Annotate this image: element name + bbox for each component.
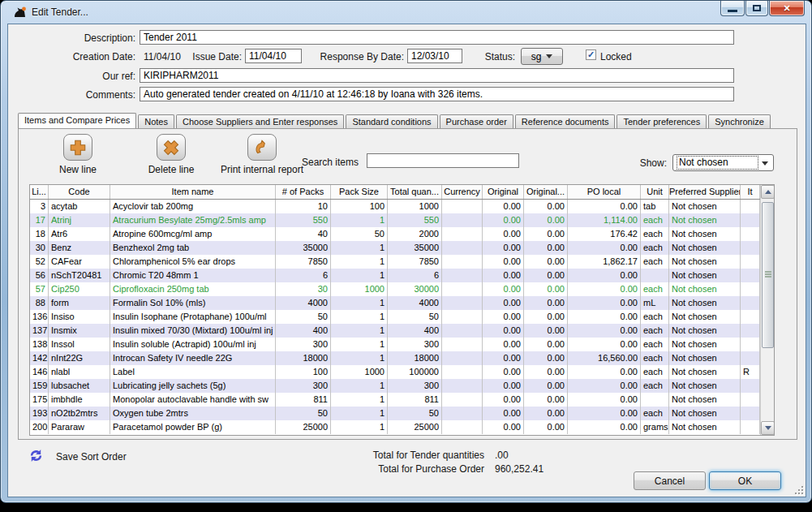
close-icon: ✕	[783, 3, 790, 14]
column-header[interactable]: Original...	[524, 185, 568, 199]
table-cell: 193	[30, 407, 49, 420]
title-bar[interactable]: Edit Tender... ✕	[1, 1, 811, 24]
table-row[interactable]: 88formFormalin Sol 10% (mls)4000140000.0…	[30, 296, 760, 310]
table-cell: 0.00	[568, 324, 641, 338]
chevron-down-icon	[546, 54, 552, 58]
table-cell: 0.00	[483, 296, 524, 310]
total-po-label: Total for Purchase Order	[316, 463, 484, 475]
minimize-icon	[728, 10, 737, 12]
tab-choose-suppliers-and-enter-responses[interactable]: Choose Suppliers and Enter responses	[176, 114, 344, 128]
table-cell: Not chosen	[669, 365, 741, 379]
scroll-up-button[interactable]	[761, 185, 775, 199]
table-row[interactable]: 17AtrinjAtracurium Besylate 25mg/2.5mls …	[30, 213, 760, 227]
table-cell: CAFear	[49, 255, 110, 269]
issue-date-input[interactable]	[245, 49, 302, 63]
table-cell: 1	[331, 269, 388, 282]
response-by-date-input[interactable]	[407, 49, 462, 63]
search-items-input[interactable]	[367, 153, 519, 168]
table-row[interactable]: 3acytabAcyclovir tab 200mg1010010000.000…	[30, 200, 760, 213]
tab-tender-preferences[interactable]: Tender preferences	[617, 114, 707, 128]
vertical-scrollbar[interactable]	[760, 185, 774, 435]
table-row[interactable]: 193nO2tb2mtrsOxygen tube 2mtrs501500.000…	[30, 407, 760, 420]
new-line-button[interactable]	[63, 134, 92, 161]
column-header[interactable]: Currency	[442, 185, 483, 199]
table-cell: 1000	[331, 365, 388, 379]
table-cell: 0.00	[483, 269, 524, 282]
column-header[interactable]: Original	[483, 185, 524, 199]
column-header[interactable]: Item name	[110, 185, 276, 199]
table-cell: Label	[110, 365, 276, 379]
tab-items-and-compare-prices[interactable]: Items and Compare Prices	[18, 113, 136, 128]
table-cell: 100	[276, 365, 331, 379]
table-cell: 50	[331, 227, 388, 241]
description-input[interactable]	[140, 30, 734, 45]
table-row[interactable]: 136InsisoInsulin Isophane (Protaphane) 1…	[30, 310, 760, 324]
table-cell: Not chosen	[669, 420, 741, 434]
table-row[interactable]: 30BenzBenzhexol 2mg tab350001350000.000.…	[30, 241, 760, 255]
table-cell: 176.42	[568, 227, 641, 241]
table-cell: each	[641, 310, 669, 324]
table-row[interactable]: 57Cip250Ciprofloxacin 250mg tab301000300…	[30, 282, 760, 296]
tab-synchronize[interactable]: Synchronize	[708, 114, 771, 128]
tab-purchase-order[interactable]: Purchase order	[440, 114, 513, 128]
table-row[interactable]: 146nlablLabel10010001000000.000.000.00ea…	[30, 365, 760, 379]
scroll-down-button[interactable]	[761, 421, 775, 435]
table-row[interactable]: 52CAFearChloramphenicol 5% ear drops7850…	[30, 255, 760, 269]
column-header[interactable]: Total quan...	[388, 185, 442, 199]
table-row[interactable]: 142nInt22GIntrocan Safety IV needle 22G1…	[30, 351, 760, 365]
table-cell: 1	[331, 310, 388, 324]
table-row[interactable]: 137InsmixInsulin mixed 70/30 (Mixtard) 1…	[30, 324, 760, 338]
column-header[interactable]: Pack Size	[331, 185, 388, 199]
tab-standard-conditions[interactable]: Standard conditions	[346, 114, 437, 128]
column-header[interactable]: Preferred Supplier	[669, 185, 741, 199]
our-ref-input[interactable]	[140, 68, 734, 83]
status-dropdown[interactable]: sg	[521, 48, 563, 65]
delete-line-button[interactable]	[157, 134, 186, 161]
table-cell	[442, 296, 483, 310]
table-cell: 1	[331, 407, 388, 420]
table-cell	[641, 269, 669, 282]
table-cell: 0.00	[568, 393, 641, 407]
tab-notes[interactable]: Notes	[138, 114, 174, 128]
table-row[interactable]: 175imbhdleMonopolar autoclavable handle …	[30, 393, 760, 407]
save-sort-order-button[interactable]: Save Sort Order	[56, 451, 127, 463]
column-header[interactable]: Unit	[641, 185, 669, 199]
table-cell: 30000	[388, 282, 442, 296]
column-header[interactable]: PO local	[568, 185, 641, 199]
locked-checkbox[interactable]: ✓	[586, 49, 596, 60]
table-cell	[741, 338, 760, 351]
comments-input[interactable]	[140, 87, 734, 101]
table-cell: 175	[30, 393, 49, 407]
table-row[interactable]: 200PararawParacetamol powder BP (g)25000…	[30, 420, 760, 434]
our-ref-label: Our ref:	[8, 71, 135, 82]
column-header[interactable]: Li...	[30, 185, 49, 199]
ok-button[interactable]: OK	[709, 471, 781, 490]
column-header[interactable]: It	[741, 185, 760, 199]
table-row[interactable]: 56nSchT20481Chromic T20 48mm 16160.000.0…	[30, 269, 760, 282]
tab-reference-documents[interactable]: Reference documents	[515, 114, 616, 128]
table-row[interactable]: 159lubsachetLubricating jelly sachets (5…	[30, 379, 760, 393]
close-button[interactable]: ✕	[769, 1, 805, 16]
table-cell	[442, 269, 483, 282]
table-cell: 1	[331, 255, 388, 269]
table-cell: R	[741, 365, 760, 379]
column-header[interactable]: Code	[49, 185, 110, 199]
print-internal-report-button[interactable]	[247, 134, 277, 161]
maximize-button[interactable]	[745, 1, 768, 16]
show-dropdown[interactable]: Not chosen	[672, 154, 774, 171]
table-cell: 7850	[388, 255, 442, 269]
table-cell: nSchT20481	[49, 269, 110, 282]
table-cell: Not chosen	[669, 241, 741, 255]
cancel-button[interactable]: Cancel	[634, 471, 706, 490]
table-cell: Inssol	[49, 338, 110, 351]
minimize-button[interactable]	[720, 1, 745, 16]
resize-grip[interactable]	[793, 484, 803, 494]
column-header[interactable]: # of Packs	[276, 185, 331, 199]
table-cell: Not chosen	[669, 200, 741, 213]
scrollbar-thumb[interactable]	[762, 202, 774, 348]
table-row[interactable]: 18Atr6Atropine 600mcg/ml amp405020000.00…	[30, 227, 760, 241]
table-cell: Formalin Sol 10% (mls)	[110, 296, 276, 310]
table-row[interactable]: 138InssolInsulin soluble (Actrapid) 100u…	[30, 338, 760, 351]
creation-date-label: Creation Date:	[8, 51, 135, 62]
table-cell: Not chosen	[669, 296, 741, 310]
